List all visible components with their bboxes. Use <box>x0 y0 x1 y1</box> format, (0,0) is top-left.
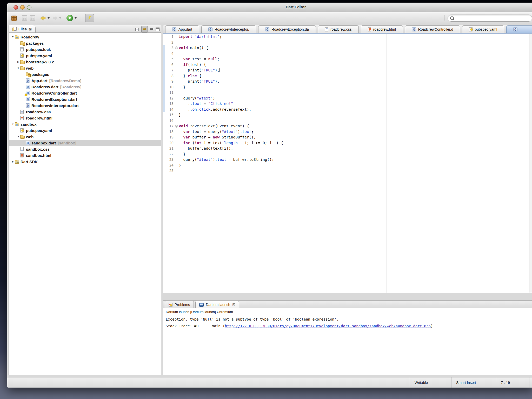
dartium-tools-button[interactable] <box>85 14 94 22</box>
tree-item-packages[interactable]: packages <box>9 40 161 46</box>
code-line[interactable]: 1import 'dart:html'; <box>163 34 532 40</box>
editor-tab-app-dart[interactable]: App.dart <box>165 25 199 33</box>
maximize-view-icon[interactable] <box>156 28 159 31</box>
tree-item-sandbox-css[interactable]: sandbox.css <box>9 146 161 152</box>
code-line[interactable]: 10 } <box>163 84 532 90</box>
close-icon[interactable] <box>232 303 235 307</box>
editor-tab-roadcrew-html[interactable]: roadcrew.html <box>361 25 403 33</box>
code-line[interactable]: 17void reverseText(Event event) { <box>163 123 532 129</box>
editor-tab-active-partial[interactable] <box>506 25 532 33</box>
console-tab-problems[interactable]: Problems <box>165 301 194 308</box>
console-tab-dartium-launch[interactable]: Dartium launch <box>195 301 239 308</box>
fold-collapse-icon[interactable] <box>174 123 179 129</box>
code-editor[interactable]: 1import 'dart:html';23void main() {45 va… <box>163 34 532 293</box>
expanded-arrow-icon[interactable]: ▼ <box>11 123 15 125</box>
console-tab-label: Dartium launch <box>206 303 230 307</box>
expanded-arrow-icon[interactable]: ▼ <box>11 36 15 38</box>
editor-tab-roadcrew-css[interactable]: roadcrew.css <box>318 25 359 33</box>
code-line[interactable]: 12 query("#text") <box>163 96 532 101</box>
code-line[interactable]: 2 <box>163 40 532 45</box>
tree-item-app-dart[interactable]: App.dart[RoadcrewDemo] <box>9 77 161 84</box>
tree-item-roadcrewinterceptor-dart[interactable]: RoadcrewInterceptor.dart <box>9 102 161 109</box>
code-text: var test = null; <box>179 56 532 62</box>
minimize-window-icon[interactable] <box>20 5 25 10</box>
tree-item-roadcrew-css[interactable]: roadcrew.css <box>9 109 161 115</box>
code-line[interactable]: 23 query("#text").text = buffer.toString… <box>163 157 532 163</box>
tab-files[interactable]: Files <box>9 25 36 33</box>
code-line[interactable]: 5 var test = null; <box>163 56 532 62</box>
tree-item-web[interactable]: ▼web <box>9 134 161 140</box>
project-icon <box>15 35 21 39</box>
close-icon[interactable] <box>29 27 32 31</box>
tree-item-pubspec-yaml[interactable]: pubspec.yaml <box>9 52 161 59</box>
code-line[interactable]: 6 if(test) { <box>163 62 532 68</box>
editor-tab-roadcrewexception-da[interactable]: RoadcrewException.da <box>258 25 316 33</box>
code-line[interactable]: 7 print("TRUE"); <box>163 68 532 73</box>
code-line[interactable]: 9 print("TRUE"); <box>163 79 532 84</box>
console-output[interactable]: Dartium launch [Dartium launch] Chromium… <box>163 308 532 375</box>
code-line[interactable]: 25 <box>163 168 532 174</box>
code-line[interactable]: 15} <box>163 112 532 118</box>
tree-item-web[interactable]: ▼web <box>9 65 161 71</box>
tree-item-roadcrew[interactable]: ▼Roadcrew <box>9 34 161 40</box>
tree-item-roadcrew-dart[interactable]: Roadcrew.dart[Roadcrew] <box>9 84 161 90</box>
fold-column <box>174 79 179 84</box>
tree-item-roadcrew-html[interactable]: roadcrew.html <box>9 115 161 121</box>
collapsed-arrow-icon[interactable]: ▶ <box>16 61 20 63</box>
tree-item-bootstrap-2-0-2[interactable]: ▶bootstrap-2.0.2 <box>9 59 161 65</box>
fold-column <box>174 140 179 146</box>
run-dropdown-icon[interactable] <box>75 17 77 19</box>
search-input[interactable] <box>455 16 532 21</box>
collapse-all-icon[interactable] <box>135 27 139 31</box>
tree-item-roadcrewexception-dart[interactable]: RoadcrewException.dart <box>9 96 161 102</box>
run-icon[interactable] <box>66 15 73 21</box>
search-field[interactable] <box>448 15 532 22</box>
editor-tab-roadcrewinterceptor-[interactable]: RoadcrewInterceptor. <box>201 25 256 33</box>
tree-item-sandbox[interactable]: ▼sandbox <box>9 121 161 127</box>
files-view-header: Files <box>9 25 161 33</box>
quickdiff-marker <box>163 123 165 129</box>
tree-item-packages[interactable]: packages <box>9 71 161 77</box>
fold-column <box>174 34 179 40</box>
status-insert-mode: Smart Insert <box>451 377 496 388</box>
code-line[interactable]: 21 buffer.add(text[i]); <box>163 146 532 151</box>
code-line[interactable]: 20 for (int i = text.length - 1; i >= 0;… <box>163 140 532 146</box>
quickdiff-marker <box>163 146 165 151</box>
link-with-editor-icon[interactable] <box>141 26 148 32</box>
code-line[interactable]: 14 ..on.click.add(reverseText); <box>163 107 532 112</box>
tree-item-roadcrewcontroller-dart[interactable]: RoadcrewController.dart <box>9 90 161 96</box>
tree-item-sandbox-dart[interactable]: sandbox.dart[sandbox] <box>9 140 161 146</box>
code-line[interactable]: 19 var buffer = new StringBuffer(); <box>163 135 532 140</box>
collapsed-arrow-icon[interactable]: ▶ <box>11 160 15 163</box>
back-icon[interactable] <box>41 16 46 20</box>
overview-ruler[interactable] <box>529 34 532 293</box>
minimize-view-icon[interactable] <box>150 28 154 31</box>
fold-collapse-icon[interactable] <box>174 45 179 51</box>
quickdiff-marker <box>163 101 165 107</box>
editor-tab-pubspec-yaml[interactable]: pubspec.yaml <box>462 25 504 33</box>
tree-item-label: RoadcrewController.dart <box>31 91 77 95</box>
code-line[interactable]: 8 } else { <box>163 73 532 79</box>
tree-item-dart-sdk[interactable]: ▶Dart SDK <box>9 158 161 165</box>
code-line[interactable]: 18 var text = query("#text").text; <box>163 129 532 135</box>
code-line[interactable]: 16 <box>163 118 532 124</box>
code-line[interactable]: 4 <box>163 51 532 57</box>
close-window-icon[interactable] <box>14 5 18 10</box>
tree-item-pubspec-lock[interactable]: pubspec.lock <box>9 46 161 52</box>
new-wizard-icon[interactable] <box>11 16 17 21</box>
code-line[interactable]: 22 } <box>163 151 532 157</box>
code-line[interactable]: 11 <box>163 90 532 96</box>
tree-item-sandbox-html[interactable]: sandbox.html <box>9 152 161 158</box>
tree-item-pubspec-yaml[interactable]: pubspec.yaml <box>9 127 161 134</box>
code-line[interactable]: 3void main() { <box>163 45 532 51</box>
expanded-arrow-icon[interactable]: ▼ <box>16 67 20 69</box>
expanded-arrow-icon[interactable]: ▼ <box>16 135 20 138</box>
code-line[interactable]: 13 ..text = "Click me!" <box>163 101 532 107</box>
code-line[interactable]: 24} <box>163 163 532 168</box>
zoom-window-icon[interactable] <box>27 5 31 10</box>
line-number: 5 <box>165 56 174 62</box>
editor-tab-roadcrewcontroller-d[interactable]: RoadcrewController.d <box>405 25 460 33</box>
back-dropdown-icon[interactable] <box>48 17 50 19</box>
stack-trace-link[interactable]: http://127.0.0.1:3030/Users/cy/Documents… <box>225 324 431 328</box>
forward-dropdown-icon[interactable] <box>59 17 61 19</box>
